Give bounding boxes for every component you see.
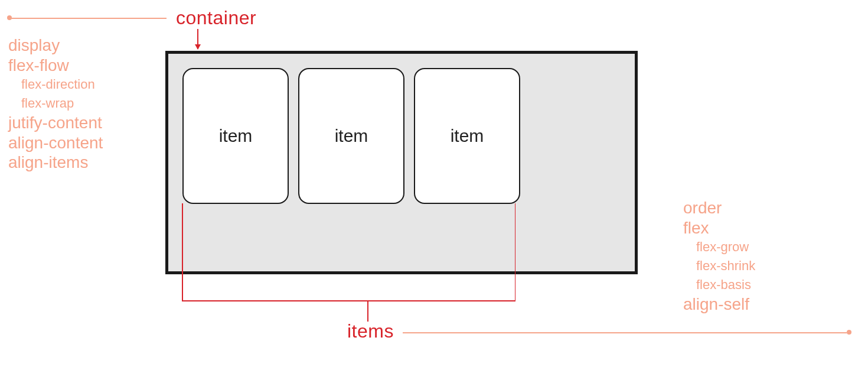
prop-align-self: align-self	[683, 294, 755, 314]
flex-item-box: item	[414, 68, 520, 204]
items-label: items	[347, 320, 394, 342]
arrow-down-icon	[197, 29, 198, 49]
flex-item-label: item	[219, 126, 253, 146]
container-label: container	[176, 7, 256, 29]
prop-flex: flex	[683, 218, 755, 238]
prop-order: order	[683, 198, 755, 218]
prop-flex-direction: flex-direction	[8, 75, 103, 94]
flex-item-box: item	[298, 68, 404, 204]
prop-align-items: align-items	[8, 153, 103, 173]
diagram-stage: container display flex-flow flex-directi…	[0, 0, 868, 386]
container-properties-list: display flex-flow flex-direction flex-wr…	[8, 35, 103, 173]
prop-justify-content: jutify-content	[8, 113, 103, 133]
connector-line-bottom	[403, 332, 847, 333]
prop-flex-grow: flex-grow	[683, 238, 755, 257]
prop-align-content: align-content	[8, 133, 103, 153]
prop-flex-wrap: flex-wrap	[8, 94, 103, 113]
item-properties-list: order flex flex-grow flex-shrink flex-ba…	[683, 198, 755, 314]
prop-flex-shrink: flex-shrink	[683, 257, 755, 275]
flex-item-label: item	[451, 126, 484, 146]
connector-line-top	[11, 18, 167, 19]
prop-display: display	[8, 35, 103, 56]
prop-flex-basis: flex-basis	[683, 275, 755, 294]
items-bracket-icon	[182, 290, 515, 325]
flex-item-box: item	[182, 68, 289, 204]
flex-item-label: item	[335, 126, 368, 146]
flex-container-box: item item item	[165, 51, 638, 274]
connector-dot-bottom	[847, 330, 851, 335]
prop-flex-flow: flex-flow	[8, 56, 103, 76]
